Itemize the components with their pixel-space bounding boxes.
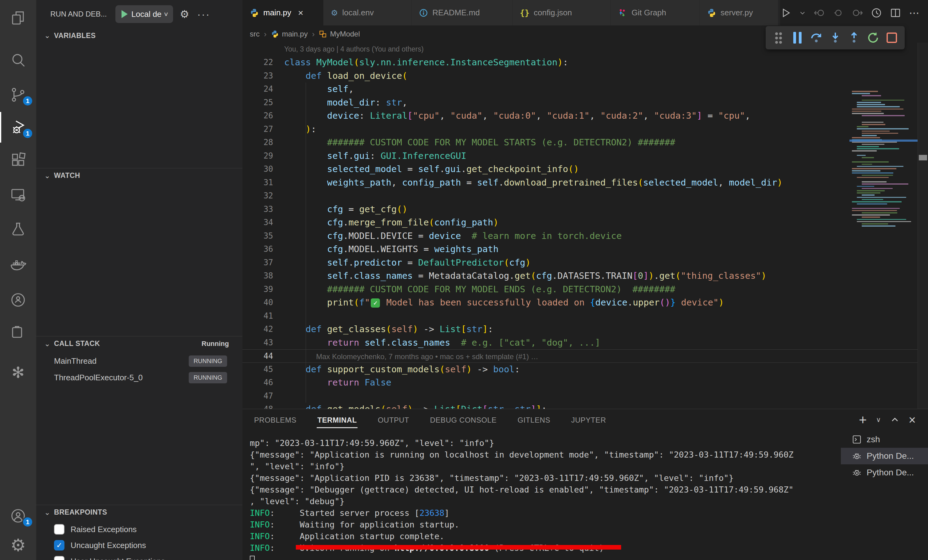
- line-number[interactable]: 41: [243, 309, 273, 323]
- line-number[interactable]: 24: [243, 82, 273, 96]
- live-share-icon[interactable]: [0, 285, 36, 315]
- call-stack-section-header[interactable]: ⌄ CALL STACK Running: [36, 336, 243, 351]
- terminal-list-item-python-debug-2[interactable]: Python De...: [841, 464, 928, 481]
- thread-row-mainthread[interactable]: MainThread RUNNING: [36, 353, 243, 369]
- watch-section-header[interactable]: ⌄ WATCH: [36, 168, 243, 183]
- line-number[interactable]: 33: [243, 203, 273, 216]
- line-number[interactable]: 34: [243, 216, 273, 230]
- step-into-button[interactable]: [827, 29, 843, 47]
- breadcrumb-main-py[interactable]: main.py: [271, 30, 308, 38]
- line-number[interactable]: 23: [243, 69, 273, 83]
- line-number[interactable]: 22: [243, 56, 273, 69]
- tab-local-env[interactable]: ⚙ local.env: [324, 0, 412, 26]
- step-out-button[interactable]: [846, 29, 862, 47]
- chevron-down-icon[interactable]: ∨: [163, 11, 169, 17]
- more-actions-icon[interactable]: ⋯: [909, 7, 919, 19]
- line-number[interactable]: 35: [243, 230, 273, 243]
- tab-debug-console[interactable]: DEBUG CONSOLE: [429, 412, 497, 429]
- minimap-line: [852, 91, 878, 92]
- step-back-icon[interactable]: [814, 8, 825, 18]
- line-number[interactable]: 42: [243, 323, 273, 336]
- line-number[interactable]: 25: [243, 96, 273, 110]
- checkbox-unchecked[interactable]: [54, 556, 64, 560]
- line-number[interactable]: 44: [243, 350, 273, 362]
- line-number[interactable]: 38: [243, 269, 273, 283]
- line-number[interactable]: 43: [243, 336, 273, 350]
- breadcrumb-mymodel[interactable]: MyModel: [319, 30, 360, 38]
- step-over-button[interactable]: [808, 29, 824, 47]
- debug-settings-gear-icon[interactable]: ⚙: [180, 8, 189, 20]
- tab-readme-md[interactable]: README.md: [412, 0, 513, 26]
- terminal-dropdown-chevron-icon[interactable]: ∨: [876, 416, 881, 424]
- extensions-icon[interactable]: [0, 145, 36, 175]
- thread-row-threadpool[interactable]: ThreadPoolExecutor-5_0 RUNNING: [36, 369, 243, 386]
- close-panel-icon[interactable]: ×: [909, 413, 916, 427]
- new-terminal-icon[interactable]: +: [859, 412, 867, 428]
- tab-gitlens[interactable]: GITLENS: [517, 412, 551, 429]
- line-number[interactable]: 37: [243, 256, 273, 269]
- explorer-icon[interactable]: [0, 3, 36, 33]
- tab-terminal[interactable]: TERMINAL: [317, 412, 357, 429]
- container-tools-icon[interactable]: [0, 317, 36, 348]
- line-number[interactable]: 39: [243, 283, 273, 296]
- line-number[interactable]: 29: [243, 149, 273, 163]
- code-editor[interactable]: You, 3 days ago | 4 authors (You and oth…: [243, 43, 928, 409]
- scrollbar-thumb[interactable]: [919, 155, 927, 160]
- sidebar-more-actions-icon[interactable]: ···: [197, 8, 210, 20]
- line-number[interactable]: 47: [243, 390, 273, 403]
- terminal-line: ", "level": "info"}: [250, 461, 841, 472]
- tab-server-py[interactable]: server.py: [700, 0, 778, 26]
- line-number[interactable]: 36: [243, 243, 273, 256]
- terminal-list-item-zsh[interactable]: zsh: [841, 431, 928, 448]
- breakpoints-section-header[interactable]: ⌄ BREAKPOINTS: [36, 505, 243, 519]
- timeline-icon[interactable]: [871, 8, 882, 18]
- openai-icon[interactable]: ✻: [0, 357, 36, 388]
- line-number[interactable]: 40: [243, 296, 273, 309]
- line-number[interactable]: 30: [243, 163, 273, 176]
- pause-button[interactable]: [790, 29, 806, 47]
- restart-button[interactable]: [865, 29, 881, 47]
- launch-config-button[interactable]: Local de ∨: [115, 5, 173, 23]
- terminal-output[interactable]: mp": "2023-03-11T17:49:59.960Z", "level"…: [243, 431, 841, 560]
- tab-jupyter[interactable]: JUPYTER: [571, 412, 607, 429]
- variables-section-header[interactable]: ⌄ VARIABLES: [36, 28, 243, 43]
- terminal-list-item-python-debug-1[interactable]: Python De...: [841, 448, 928, 464]
- source-control-icon[interactable]: 1: [0, 79, 36, 110]
- line-number[interactable]: 46: [243, 376, 273, 390]
- line-number[interactable]: 27: [243, 123, 273, 136]
- maximize-panel-icon[interactable]: [890, 415, 899, 425]
- line-number[interactable]: 28: [243, 136, 273, 149]
- checkbox-checked[interactable]: ✓: [54, 540, 64, 551]
- search-icon[interactable]: [0, 45, 36, 76]
- editor-scrollbar[interactable]: [917, 43, 928, 409]
- start-debug-icon[interactable]: [122, 10, 128, 18]
- line-number[interactable]: 32: [243, 189, 273, 203]
- tab-config-json[interactable]: {} config.json: [513, 0, 611, 26]
- tab-git-graph[interactable]: Git Graph: [611, 0, 700, 26]
- run-dropdown-chevron-icon[interactable]: [799, 8, 806, 18]
- line-number[interactable]: 48: [243, 403, 273, 409]
- settings-gear-icon[interactable]: ⚙: [0, 530, 36, 560]
- run-python-file-icon[interactable]: [780, 8, 791, 18]
- line-number[interactable]: 45: [243, 363, 273, 376]
- run-and-debug-icon[interactable]: 1: [0, 112, 36, 143]
- split-editor-icon[interactable]: [890, 8, 901, 18]
- tab-output[interactable]: OUTPUT: [377, 412, 410, 429]
- reverse-continue-icon[interactable]: [833, 8, 844, 18]
- docker-icon[interactable]: [0, 250, 36, 280]
- checkbox-unchecked[interactable]: [54, 524, 64, 534]
- step-forward-icon[interactable]: [852, 8, 863, 18]
- stop-button[interactable]: [884, 29, 900, 47]
- close-icon[interactable]: ×: [298, 8, 304, 18]
- accounts-icon[interactable]: 1: [0, 501, 36, 531]
- breadcrumb-src[interactable]: src: [250, 30, 259, 38]
- line-number[interactable]: 31: [243, 176, 273, 190]
- remote-explorer-icon[interactable]: [0, 180, 36, 210]
- minimap[interactable]: [849, 85, 917, 409]
- testing-icon[interactable]: [0, 214, 36, 245]
- line-number[interactable]: 26: [243, 109, 273, 123]
- tab-main-py[interactable]: main.py ×: [243, 0, 324, 26]
- breakpoint-row-uncaught: ✓ Uncaught Exceptions: [36, 537, 243, 553]
- toolbar-drag-grip[interactable]: [771, 29, 786, 47]
- tab-problems[interactable]: PROBLEMS: [253, 412, 297, 429]
